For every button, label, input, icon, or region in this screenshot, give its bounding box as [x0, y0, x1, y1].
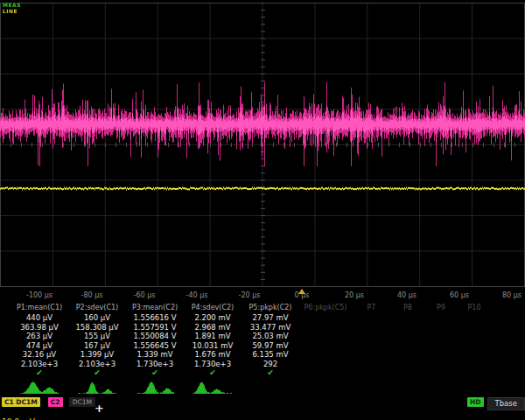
histicon-sparkline [193, 380, 232, 394]
measure-value: 292 [242, 360, 299, 369]
channel-descriptors: C1 DC1M C2 DC1M 10.0 mV [2, 397, 95, 420]
x-axis-label: 40 µs [394, 291, 420, 299]
measure-value: 25.03 mV [242, 332, 299, 341]
measure-header-p4[interactable]: P4:sdev(C2) [184, 303, 242, 313]
measure-header-p10[interactable]: P10 [458, 303, 491, 313]
measure-value: 474 µV [10, 341, 68, 351]
x-axis-label: -60 µs [131, 291, 158, 299]
histicon-sparkline [20, 380, 59, 394]
histicon-cell [10, 378, 68, 394]
status-check-icon: ✔ [184, 368, 242, 378]
histicon-cell [184, 378, 242, 394]
measure-values: 440 µV 160 µV 1.556616 V 2.200 mV 27.97 … [10, 313, 299, 394]
x-axis-label: -100 µs [26, 291, 52, 299]
measure-value: 1.550084 V [126, 332, 184, 341]
channel-c2-badge[interactable]: C2 [48, 397, 63, 407]
histicon-cell [126, 378, 184, 394]
measure-header-p8[interactable]: P8 [391, 303, 424, 313]
measure-value: 32.16 µV [10, 350, 68, 360]
measure-value: 1.339 mV [126, 350, 184, 360]
x-axis-label: -20 µs [236, 291, 262, 299]
hd-mode-badge[interactable]: HD [467, 397, 484, 407]
measure-value: 33.477 mV [242, 323, 299, 332]
measure-value: 10.031 mV [184, 341, 242, 351]
measure-header-p7[interactable]: P7 [352, 303, 391, 313]
cursor-crosshair-icon[interactable]: + [94, 402, 104, 414]
status-check-icon: ✔ [242, 368, 299, 378]
histicon-sparkline [136, 380, 174, 394]
measure-header-row: P1:mean(C1) P2:sdev(C1) P3:mean(C2) P4:s… [0, 303, 525, 313]
measure-value: 1.556645 V [126, 341, 184, 351]
measure-value: 1.891 mV [184, 332, 242, 341]
x-axis-label: 80 µs [499, 291, 525, 299]
measure-value: 2.200 mV [184, 313, 242, 323]
trigger-position-icon[interactable] [298, 289, 305, 294]
measure-value: 27.97 mV [242, 313, 299, 323]
measure-value: 1.556616 V [126, 313, 184, 323]
measure-value: 1.676 mV [184, 350, 242, 360]
measure-value: 155 µV [68, 332, 126, 341]
measure-value: 1.730e+3 [126, 360, 184, 369]
channel-c1-badge[interactable]: C1 DC1M [2, 397, 40, 407]
measure-value: 363.98 µV [10, 323, 68, 332]
measure-value: 6.135 mV [242, 350, 299, 360]
measure-value: 263 µV [10, 332, 68, 341]
timebase-label[interactable]: Tbase [487, 397, 525, 410]
x-axis-label: -80 µs [79, 291, 105, 299]
measure-value: 1.557591 V [126, 323, 184, 332]
oscilloscope-screen: MEAS LINE -100 µs -80 µs -60 µs -40 µs -… [0, 0, 525, 420]
measure-value: 167 µV [68, 341, 126, 351]
line-badge: LINE [3, 8, 21, 14]
time-axis: -100 µs -80 µs -60 µs -40 µs -20 µs 0 µs… [0, 289, 525, 303]
status-check-icon: ✔ [126, 368, 184, 378]
measure-value: 158.308 µV [68, 323, 126, 332]
measure-value: 160 µV [68, 313, 126, 323]
measure-value: 2.103e+3 [10, 360, 68, 369]
measure-value: 59.97 mV [242, 341, 299, 351]
descriptor-bar: C1 DC1M C2 DC1M 10.0 mV + HDTbase 13 Bit… [0, 396, 525, 420]
channel-c2-coupling[interactable]: DC1M [69, 397, 95, 407]
timebase-descriptor[interactable]: HDTbase 13 Bits20.0 µs/div [394, 397, 525, 420]
measure-header-p1[interactable]: P1:mean(C1) [10, 303, 68, 313]
measure-value: 440 µV [10, 313, 68, 323]
status-check-icon: ✔ [10, 368, 68, 378]
waveform-display[interactable] [0, 0, 525, 289]
x-axis-label: 60 µs [446, 291, 472, 299]
histicon-cell [242, 378, 299, 394]
histicon-sparkline [78, 380, 116, 394]
measure-header-p3[interactable]: P3:mean(C2) [126, 303, 184, 313]
measure-header-p9[interactable]: P9 [424, 303, 458, 313]
measure-value: 2.103e+3 [68, 360, 126, 369]
histicon-cell [68, 378, 126, 394]
measure-value: 1.399 µV [68, 350, 126, 360]
measure-header-p5[interactable]: P5:pkpk(C2) [242, 303, 299, 313]
x-axis-label: -40 µs [184, 291, 210, 299]
status-check-icon: ✔ [68, 368, 126, 378]
top-left-badges: MEAS LINE [3, 2, 21, 14]
measure-value: 2.968 mV [184, 323, 242, 332]
meas-badge: MEAS [3, 2, 21, 8]
measure-header-p6[interactable]: P6:pkpk(C5) [299, 303, 352, 313]
measure-header-p2[interactable]: P2:sdev(C1) [68, 303, 126, 313]
measure-value: 1.730e+3 [184, 360, 242, 369]
x-axis-label: 20 µs [341, 291, 368, 299]
